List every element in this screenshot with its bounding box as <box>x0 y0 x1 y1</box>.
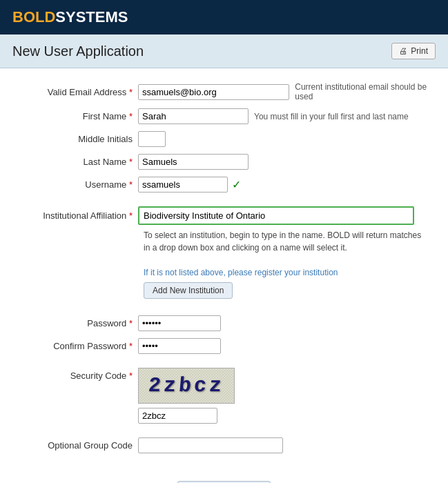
email-input[interactable] <box>138 84 289 100</box>
affiliation-section: Institutional Affiliation To select an i… <box>21 206 427 299</box>
add-institution-button[interactable]: Add New Institution <box>144 282 233 299</box>
firstname-row: First Name You must fill in your full fi… <box>21 108 427 124</box>
affiliation-row: Institutional Affiliation <box>21 206 427 225</box>
username-input[interactable] <box>138 177 228 193</box>
group-code-label: Optional Group Code <box>21 440 138 451</box>
lastname-label: Last Name <box>21 157 138 167</box>
logo-bold: BOLD <box>12 8 55 26</box>
captcha-input[interactable] <box>138 408 217 424</box>
lastname-row: Last Name <box>21 154 427 170</box>
lastname-input[interactable] <box>138 154 249 170</box>
firstname-input[interactable] <box>138 108 249 124</box>
password-input[interactable] <box>138 315 221 331</box>
logo: BOLDSYSTEMS <box>12 8 128 26</box>
group-code-input[interactable] <box>138 437 283 453</box>
email-hint: Current institutional email should be us… <box>295 82 427 101</box>
username-label: Username <box>21 179 138 190</box>
captcha-text: 2zbcz <box>147 374 225 397</box>
affiliation-help-text: To select an institution, begin to type … <box>144 229 427 299</box>
security-code-label: Security Code <box>21 368 138 381</box>
email-label: Valid Email Address <box>21 87 138 97</box>
main-content: Valid Email Address Current institutiona… <box>0 68 448 483</box>
print-button[interactable]: 🖨 Print <box>391 43 436 59</box>
register-text: If it is not listed above, please regist… <box>144 266 427 279</box>
title-bar: New User Application 🖨 Print <box>0 34 448 68</box>
password-row: Password <box>21 315 427 331</box>
username-check-icon: ✓ <box>232 178 241 191</box>
print-label: Print <box>411 46 428 56</box>
middleinitials-label: Middle Initials <box>21 134 138 144</box>
group-code-row: Optional Group Code <box>21 437 427 453</box>
password-label: Password <box>21 318 138 328</box>
confirm-password-label: Confirm Password <box>21 341 138 351</box>
username-row: Username ✓ <box>21 177 427 193</box>
confirm-password-input[interactable] <box>138 338 221 354</box>
security-code-row: Security Code 2zbcz <box>21 368 427 424</box>
email-row: Valid Email Address Current institutiona… <box>21 82 427 101</box>
confirm-password-row: Confirm Password <box>21 338 427 354</box>
page-title: New User Application <box>12 43 144 59</box>
app-header: BOLDSYSTEMS <box>0 0 448 34</box>
logo-systems: SYSTEMS <box>55 8 128 26</box>
firstname-label: First Name <box>21 111 138 121</box>
add-institution-label: Add New Institution <box>153 286 224 295</box>
middleinitials-input[interactable] <box>138 131 166 147</box>
printer-icon: 🖨 <box>399 46 407 56</box>
affiliation-input[interactable] <box>138 206 414 225</box>
captcha-image: 2zbcz <box>138 368 235 404</box>
affiliation-label: Institutional Affiliation <box>21 210 138 221</box>
middleinitials-row: Middle Initials <box>21 131 427 147</box>
firstname-hint: You must fill in your full first and las… <box>254 112 409 121</box>
submit-section: Submit Request <box>21 474 427 483</box>
